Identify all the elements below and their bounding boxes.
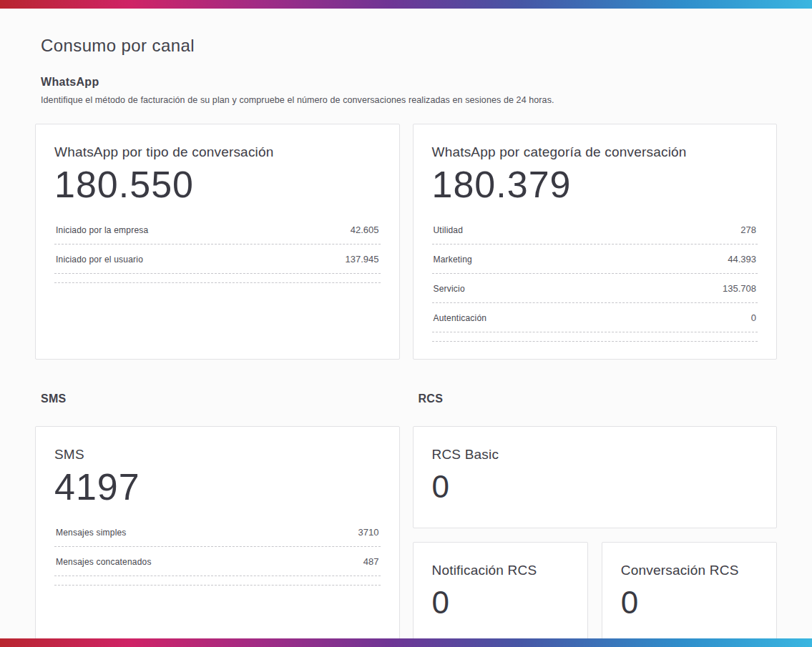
card-sms: SMS 4197 Mensajes simples 3710 Mensajes … — [35, 426, 400, 638]
card-title: Notificación RCS — [432, 563, 569, 578]
card-whatsapp-categoria: WhatsApp por categoría de conversación 1… — [413, 124, 778, 360]
dashed-divider — [54, 576, 381, 586]
stat-row: Autenticación 0 — [432, 303, 758, 332]
stat-value: 135.708 — [723, 283, 756, 294]
dashed-divider — [432, 332, 758, 342]
stat-row: Iniciado por el usuario 137.945 — [54, 245, 381, 274]
sms-section-col: SMS — [35, 392, 400, 412]
rcs-small-cards-row: Notificación RCS 0 Conversación RCS 0 — [413, 542, 778, 638]
card-total-value: 4197 — [54, 467, 381, 508]
card-whatsapp-tipo: WhatsApp por tipo de conversación 180.55… — [35, 124, 400, 360]
sms-column: SMS 4197 Mensajes simples 3710 Mensajes … — [35, 426, 400, 638]
stat-label: Iniciado por la empresa — [56, 225, 148, 235]
card-title: Conversación RCS — [621, 563, 758, 578]
stat-label: Autenticación — [434, 313, 487, 323]
stat-label: Marketing — [434, 255, 473, 265]
card-title: SMS — [54, 447, 381, 463]
stat-row: Mensajes simples 3710 — [54, 518, 381, 547]
stat-value: 278 — [740, 224, 756, 235]
card-title: RCS Basic — [432, 447, 758, 463]
card-total-value: 0 — [432, 470, 758, 504]
card-total-value: 0 — [621, 586, 758, 620]
card-total-value: 180.550 — [54, 164, 381, 205]
bottom-gradient-bar — [0, 638, 812, 647]
section-whatsapp-title: WhatsApp — [41, 76, 777, 89]
bottom-cards-row: SMS 4197 Mensajes simples 3710 Mensajes … — [35, 426, 777, 638]
page-content: Consumo por canal WhatsApp Identifique e… — [0, 9, 812, 638]
stat-label: Servicio — [434, 284, 465, 294]
card-rcs-notificacion: Notificación RCS 0 — [413, 542, 588, 638]
section-sms-title: SMS — [41, 392, 400, 405]
stat-label: Mensajes simples — [56, 528, 127, 538]
stat-value: 0 — [751, 312, 756, 323]
card-rcs-basic: RCS Basic 0 — [413, 426, 778, 528]
card-title: WhatsApp por tipo de conversación — [54, 144, 381, 160]
card-rcs-conversacion: Conversación RCS 0 — [602, 542, 777, 638]
stat-row: Mensajes concatenados 487 — [54, 547, 381, 576]
card-total-value: 180.379 — [432, 164, 758, 205]
stat-value: 487 — [363, 556, 379, 567]
whatsapp-description: Identifique el método de facturación de … — [41, 95, 777, 105]
stat-row: Servicio 135.708 — [432, 274, 758, 303]
stat-label: Iniciado por el usuario — [56, 255, 143, 265]
card-total-value: 0 — [432, 586, 569, 620]
stat-row: Iniciado por la empresa 42.605 — [54, 215, 381, 245]
section-titles-row: SMS RCS — [35, 392, 777, 412]
card-title: WhatsApp por categoría de conversación — [432, 144, 758, 160]
stat-label: Utilidad — [434, 225, 464, 235]
rcs-section-col: RCS — [413, 392, 778, 412]
page-title: Consumo por canal — [41, 36, 777, 56]
dashed-divider — [54, 274, 381, 283]
top-gradient-bar — [0, 0, 812, 9]
stat-value: 44.393 — [728, 254, 756, 265]
stat-value: 137.945 — [346, 254, 379, 265]
stat-label: Mensajes concatenados — [56, 557, 152, 567]
stat-row: Utilidad 278 — [432, 215, 758, 245]
stat-row: Marketing 44.393 — [432, 245, 758, 274]
whatsapp-cards-row: WhatsApp por tipo de conversación 180.55… — [35, 124, 777, 360]
rcs-column: RCS Basic 0 Notificación RCS 0 Conversac… — [413, 426, 778, 638]
stat-value: 42.605 — [351, 224, 379, 235]
stat-value: 3710 — [358, 527, 379, 538]
section-rcs-title: RCS — [419, 392, 778, 405]
